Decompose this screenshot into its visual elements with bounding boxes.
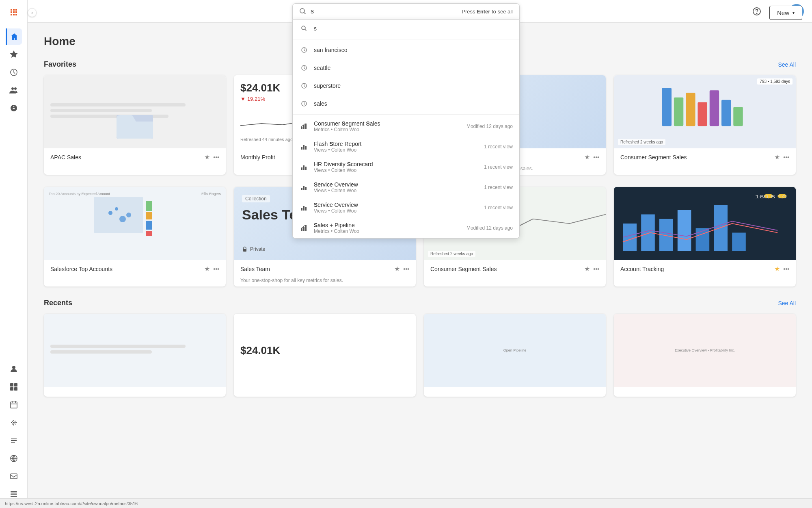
sales-more-icon[interactable]: •••: [593, 154, 599, 161]
sidebar-toggle[interactable]: ›: [28, 8, 37, 17]
recents-card-3[interactable]: Open Pipeline: [424, 314, 606, 397]
result-flash-content: Flash Store Report Views • Colten Woo: [314, 141, 479, 153]
profit-refresh: Refreshed 44 minutes ago: [240, 137, 293, 142]
sidebar-item-alerts[interactable]: [6, 468, 22, 484]
recents-card3-footer: [424, 387, 606, 397]
recents-see-all[interactable]: See All: [778, 300, 796, 306]
svg-rect-1: [13, 9, 15, 11]
new-button[interactable]: New ▾: [769, 6, 802, 20]
svg-rect-70: [303, 145, 304, 150]
result-service2-sub: Views • Colten Woo: [314, 208, 479, 214]
recents-card-2[interactable]: $24.01K: [234, 314, 416, 397]
salesforce-star-icon[interactable]: ★: [204, 265, 210, 273]
search-result-service-1[interactable]: Service Overview Views • Colten Woo 1 re…: [293, 177, 519, 198]
result-service1-title: Service Overview: [314, 181, 479, 188]
card-sales2-title: Sales Team: [240, 266, 394, 272]
card-consumer2-title: Consumer Segment Sales: [430, 266, 584, 272]
sales2-star-icon[interactable]: ★: [394, 265, 400, 273]
search-recent-sales-content: sales: [314, 100, 513, 107]
recent-clock-icon-3: [299, 81, 309, 91]
recents-section-header: Recents See All: [44, 299, 796, 307]
search-input[interactable]: [311, 8, 458, 15]
search-query-content: s: [314, 25, 513, 32]
search-result-consumer-segment[interactable]: Consumer Segment Sales Metrics • Colten …: [293, 116, 519, 137]
recents-card-4[interactable]: Executive Overview - Profitability Inc.: [614, 314, 796, 397]
card-apac-footer: APAC Sales ★ •••: [44, 148, 226, 166]
recents-title: Recents: [44, 299, 72, 307]
account-more-icon[interactable]: •••: [783, 266, 789, 272]
consumer-star-icon[interactable]: ★: [774, 153, 780, 161]
card-salesforce[interactable]: Top 20 Accounts by Expected Amount Ellis…: [44, 187, 226, 287]
sidebar-item-home[interactable]: [6, 28, 22, 45]
svg-rect-78: [301, 208, 302, 211]
svg-point-42: [115, 207, 118, 211]
sidebar-item-groups[interactable]: [6, 82, 22, 98]
sidebar-item-tasks[interactable]: [6, 432, 22, 449]
salesforce-header: Top 20 Accounts by Expected Amount: [49, 192, 110, 196]
result-flash-meta: 1 recent view: [484, 144, 513, 150]
sidebar-item-recents[interactable]: [6, 64, 22, 80]
svg-point-41: [119, 216, 126, 222]
sidebar-item-user[interactable]: [6, 361, 22, 377]
recents-card2-thumb: $24.01K: [234, 314, 416, 387]
search-query-item[interactable]: s: [293, 20, 519, 37]
search-result-flash-store[interactable]: Flash Store Report Views • Colten Woo 1 …: [293, 137, 519, 157]
salesforce-more-icon[interactable]: •••: [213, 266, 219, 272]
svg-rect-66: [301, 127, 302, 129]
consumer-more-icon[interactable]: •••: [783, 154, 789, 161]
search-result-sales-pipeline[interactable]: Sales + Pipeline Metrics • Colten Woo Mo…: [293, 218, 519, 238]
favorites-see-all[interactable]: See All: [778, 61, 796, 68]
search-result-hr[interactable]: HR Diversity Scorecard Views • Colten Wo…: [293, 157, 519, 177]
recents-card4-thumb: Executive Overview - Profitability Inc.: [614, 314, 796, 387]
sidebar-item-schedules[interactable]: [6, 397, 22, 413]
result-service2-title: Service Overview: [314, 202, 479, 208]
svg-rect-69: [301, 147, 302, 150]
card-salesforce-footer: Salesforce Top Accounts ★ •••: [44, 260, 226, 278]
sidebar-item-data[interactable]: [6, 450, 22, 467]
svg-rect-67: [303, 125, 304, 129]
svg-rect-76: [303, 186, 304, 190]
consumer2-refresh: Refreshed 2 weeks ago: [428, 251, 475, 257]
search-recent-superstore[interactable]: superstore: [293, 77, 519, 95]
result-hr-content: HR Diversity Scorecard Views • Colten Wo…: [314, 161, 479, 173]
card-apac-title: APAC Sales: [50, 154, 204, 161]
sidebar-item-favorites[interactable]: [6, 46, 22, 63]
result-pipeline-meta: Modified 12 days ago: [466, 225, 513, 231]
svg-rect-71: [305, 146, 307, 150]
result-hr-meta: 1 recent view: [484, 164, 513, 170]
card-sales2-footer: Sales Team ★ •••: [234, 260, 416, 278]
sidebar-item-recommendations[interactable]: [6, 100, 22, 116]
account-star-icon[interactable]: ★: [774, 265, 780, 273]
svg-rect-82: [303, 227, 304, 231]
apac-more-icon[interactable]: •••: [213, 154, 219, 161]
search-query-text: s: [314, 25, 513, 32]
sales2-more-icon[interactable]: •••: [403, 266, 409, 272]
card-apac-sales[interactable]: APAC Sales ★ •••: [44, 75, 226, 175]
consumer2-more-icon[interactable]: •••: [593, 266, 599, 272]
result-hr-sub: Views • Colten Woo: [314, 167, 479, 173]
sales-star-icon[interactable]: ★: [584, 153, 590, 161]
card-apac-actions: ★ •••: [204, 153, 219, 161]
svg-rect-36: [710, 90, 719, 126]
svg-point-18: [13, 422, 15, 423]
card-account-tracking[interactable]: 160 5 10 Account Tracking ★ •••: [614, 187, 796, 287]
search-recent-sf-text: san francisco: [314, 47, 513, 53]
search-result-service-2[interactable]: Service Overview Views • Colten Woo 1 re…: [293, 198, 519, 218]
card-consumer-segment[interactable]: 793 • 1,593 days Refreshed 2 weeks ago: [614, 75, 796, 175]
result-service1-content: Service Overview Views • Colten Woo: [314, 181, 479, 193]
apac-star-icon[interactable]: ★: [204, 153, 210, 161]
result-service1-sub: Views • Colten Woo: [314, 188, 479, 193]
search-recent-sanfrancisco[interactable]: san francisco: [293, 41, 519, 59]
recents-card3-label: Open Pipeline: [500, 345, 530, 356]
app-logo[interactable]: [6, 5, 21, 20]
search-recent-sales[interactable]: sales: [293, 95, 519, 113]
sidebar-item-collections[interactable]: [6, 379, 22, 395]
help-icon[interactable]: [750, 5, 763, 18]
recents-card4-label: Executive Overview - Profitability Inc.: [672, 345, 738, 356]
search-recent-superstore-text: superstore: [314, 82, 513, 89]
svg-rect-77: [305, 187, 307, 190]
search-recent-seattle[interactable]: seattle: [293, 59, 519, 77]
consumer2-star-icon[interactable]: ★: [584, 265, 590, 273]
recents-card-1[interactable]: [44, 314, 226, 397]
sidebar-item-sources[interactable]: [6, 415, 22, 431]
